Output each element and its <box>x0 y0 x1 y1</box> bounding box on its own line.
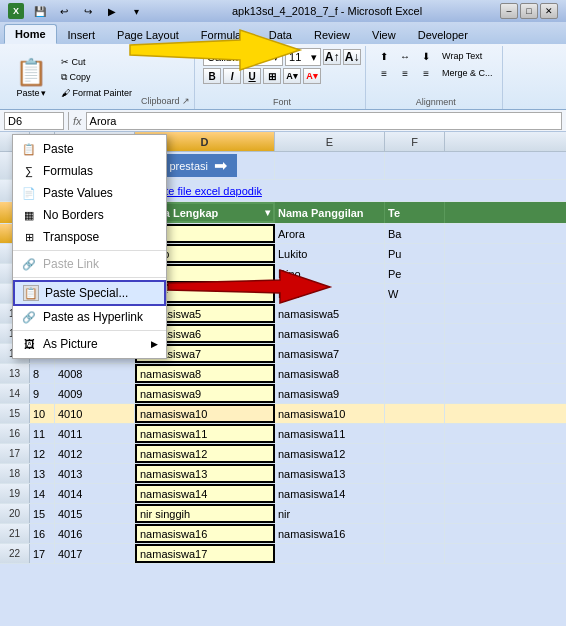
fill-color-button[interactable]: A▾ <box>283 68 301 84</box>
cell-19d[interactable]: namasiswa14 <box>135 484 275 503</box>
align-right-button[interactable]: ≡ <box>416 65 436 81</box>
cell-14c[interactable]: 4009 <box>55 384 135 403</box>
cell-9f[interactable]: W <box>385 284 445 303</box>
cell-16e[interactable]: namasiswa11 <box>275 424 385 443</box>
cell-22f[interactable] <box>385 544 445 563</box>
menu-item-paste-special[interactable]: 📋 Paste Special... <box>13 280 166 306</box>
menu-item-no-borders[interactable]: ▦ No Borders <box>13 204 166 226</box>
col-header-f[interactable]: F <box>385 132 445 151</box>
align-top-button[interactable]: ⬆ <box>374 48 394 64</box>
increase-font-button[interactable]: A↑ <box>323 49 341 65</box>
align-center-button[interactable]: ≡ <box>395 65 415 81</box>
cell-7f[interactable]: Pu <box>385 244 445 263</box>
cell-20e[interactable]: nir <box>275 504 385 523</box>
cell-19f[interactable] <box>385 484 445 503</box>
cell-18d[interactable]: namasiswa13 <box>135 464 275 483</box>
tab-review[interactable]: Review <box>303 25 361 44</box>
tab-page-layout[interactable]: Page Layout <box>106 25 190 44</box>
cell-14e[interactable]: namasiswa9 <box>275 384 385 403</box>
minimize-button[interactable]: – <box>500 3 518 19</box>
menu-item-paste-values[interactable]: 📄 Paste Values <box>13 182 166 204</box>
cell-10e[interactable]: namasiswa5 <box>275 304 385 323</box>
menu-item-paste[interactable]: 📋 Paste <box>13 138 166 160</box>
cell-13b[interactable]: 8 <box>30 364 55 383</box>
cell-13e[interactable]: namasiswa8 <box>275 364 385 383</box>
menu-item-transpose[interactable]: ⊞ Transpose <box>13 226 166 248</box>
cell-16c[interactable]: 4011 <box>55 424 135 443</box>
save-button[interactable]: 💾 <box>30 2 50 20</box>
merge-cells-button[interactable]: Merge & C... <box>437 66 498 80</box>
tab-view[interactable]: View <box>361 25 407 44</box>
cell-17e[interactable]: namasiswa12 <box>275 444 385 463</box>
cell-22b[interactable]: 17 <box>30 544 55 563</box>
bold-button[interactable]: B <box>203 68 221 84</box>
close-button[interactable]: ✕ <box>540 3 558 19</box>
copy-button[interactable]: ⧉ Copy <box>56 70 137 85</box>
align-bottom-button[interactable]: ⬇ <box>416 48 436 64</box>
cell-17f[interactable] <box>385 444 445 463</box>
tab-insert[interactable]: Insert <box>57 25 107 44</box>
dropdown-button[interactable]: ▾ <box>126 2 146 20</box>
cell-16d[interactable]: namasiswa11 <box>135 424 275 443</box>
cell-7e[interactable]: Lukito <box>275 244 385 263</box>
cell-21c[interactable]: 4016 <box>55 524 135 543</box>
cell-21d[interactable]: namasiswa16 <box>135 524 275 543</box>
paste-button[interactable]: 📋 Paste▾ <box>8 54 54 101</box>
cell-8f[interactable]: Pe <box>385 264 445 283</box>
align-middle-button[interactable]: ↔ <box>395 48 415 64</box>
tab-home[interactable]: Home <box>4 24 57 44</box>
wrap-text-button[interactable]: Wrap Text <box>437 49 487 63</box>
cell-17b[interactable]: 12 <box>30 444 55 463</box>
cell-12e[interactable]: namasiswa7 <box>275 344 385 363</box>
cell-13d[interactable]: namasiswa8 <box>135 364 275 383</box>
format-painter-button[interactable]: 🖌 Format Painter <box>56 86 137 100</box>
cell-19c[interactable]: 4014 <box>55 484 135 503</box>
cell-11e[interactable]: namasiswa6 <box>275 324 385 343</box>
cell-15f[interactable] <box>385 404 445 423</box>
undo-button[interactable]: ↩ <box>54 2 74 20</box>
cell-20d[interactable]: nir singgih <box>135 504 275 523</box>
menu-item-formulas[interactable]: ∑ Formulas <box>13 160 166 182</box>
align-left-button[interactable]: ≡ <box>374 65 394 81</box>
cell-9e[interactable]: Fani <box>275 284 385 303</box>
cell-18e[interactable]: namasiswa13 <box>275 464 385 483</box>
cell-18c[interactable]: 4013 <box>55 464 135 483</box>
cell-14b[interactable]: 9 <box>30 384 55 403</box>
tab-data[interactable]: Data <box>258 25 303 44</box>
cell-13f[interactable] <box>385 364 445 383</box>
cell-6e[interactable]: Arora <box>275 224 385 243</box>
font-color-button[interactable]: A▾ <box>303 68 321 84</box>
cell-15e[interactable]: namasiswa10 <box>275 404 385 423</box>
cell-18b[interactable]: 13 <box>30 464 55 483</box>
menu-item-paste-hyperlink[interactable]: 🔗 Paste as Hyperlink <box>13 306 166 328</box>
cell-15b[interactable]: 10 <box>30 404 55 423</box>
cell-21f[interactable] <box>385 524 445 543</box>
cell-12f[interactable] <box>385 344 445 363</box>
cell-13c[interactable]: 4008 <box>55 364 135 383</box>
cell-20f[interactable] <box>385 504 445 523</box>
cell-17d[interactable]: namasiswa12 <box>135 444 275 463</box>
cell-15c[interactable]: 4010 <box>55 404 135 423</box>
tab-developer[interactable]: Developer <box>407 25 479 44</box>
menu-item-as-picture[interactable]: 🖼 As Picture ▶ <box>13 333 166 355</box>
cell-19b[interactable]: 14 <box>30 484 55 503</box>
run-button[interactable]: ▶ <box>102 2 122 20</box>
italic-button[interactable]: I <box>223 68 241 84</box>
cell-21e[interactable]: namasiswa16 <box>275 524 385 543</box>
border-button[interactable]: ⊞ <box>263 68 281 84</box>
underline-button[interactable]: U <box>243 68 261 84</box>
font-name-selector[interactable]: Calibri▾ <box>203 48 283 66</box>
cell-11f[interactable] <box>385 324 445 343</box>
cut-button[interactable]: ✂ Cut <box>56 55 137 69</box>
cell-15d[interactable]: namasiswa10 <box>135 404 275 423</box>
redo-button[interactable]: ↪ <box>78 2 98 20</box>
font-size-selector[interactable]: 11▾ <box>285 48 321 66</box>
decrease-font-button[interactable]: A↓ <box>343 49 361 65</box>
cell-19e[interactable]: namasiswa14 <box>275 484 385 503</box>
cell-16f[interactable] <box>385 424 445 443</box>
cell-18f[interactable] <box>385 464 445 483</box>
cell-20c[interactable]: 4015 <box>55 504 135 523</box>
cell-10f[interactable] <box>385 304 445 323</box>
cell-6f[interactable]: Ba <box>385 224 445 243</box>
cell-22c[interactable]: 4017 <box>55 544 135 563</box>
